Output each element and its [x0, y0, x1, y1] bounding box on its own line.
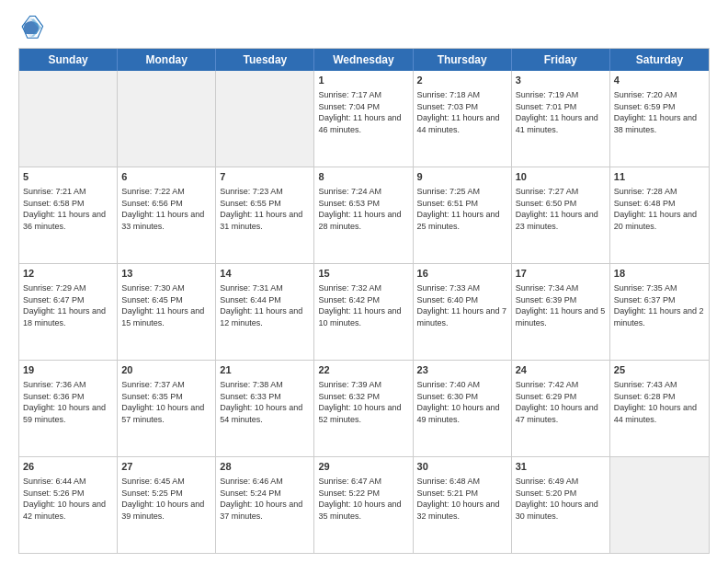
- day-number: 6: [121, 170, 211, 184]
- day-number: 31: [516, 460, 606, 474]
- day-number: 5: [23, 170, 113, 184]
- weekday-header-saturday: Saturday: [610, 49, 709, 71]
- day-info: Sunrise: 7:40 AM Sunset: 6:30 PM Dayligh…: [417, 380, 500, 424]
- day-number: 1: [318, 74, 408, 87]
- day-info: Sunrise: 7:19 AM Sunset: 7:01 PM Dayligh…: [516, 90, 598, 134]
- day-number: 15: [318, 267, 408, 281]
- calendar-cell-24: 24Sunrise: 7:42 AM Sunset: 6:29 PM Dayli…: [512, 361, 610, 456]
- day-number: 16: [417, 267, 507, 281]
- calendar-cell-empty-0-2: [216, 71, 314, 167]
- weekday-header-thursday: Thursday: [414, 49, 512, 71]
- day-number: 10: [516, 170, 606, 184]
- calendar-cell-15: 15Sunrise: 7:32 AM Sunset: 6:42 PM Dayli…: [314, 264, 413, 360]
- calendar-cell-3: 3Sunrise: 7:19 AM Sunset: 7:01 PM Daylig…: [512, 71, 610, 167]
- calendar-cell-5: 5Sunrise: 7:21 AM Sunset: 6:58 PM Daylig…: [19, 167, 118, 263]
- day-info: Sunrise: 7:27 AM Sunset: 6:50 PM Dayligh…: [516, 187, 598, 231]
- calendar-cell-21: 21Sunrise: 7:38 AM Sunset: 6:33 PM Dayli…: [216, 361, 314, 456]
- day-info: Sunrise: 7:29 AM Sunset: 6:47 PM Dayligh…: [23, 283, 106, 327]
- calendar-cell-26: 26Sunrise: 6:44 AM Sunset: 5:26 PM Dayli…: [19, 457, 118, 553]
- day-number: 23: [417, 363, 507, 377]
- calendar-cell-1: 1Sunrise: 7:17 AM Sunset: 7:04 PM Daylig…: [314, 71, 413, 167]
- calendar-cell-20: 20Sunrise: 7:37 AM Sunset: 6:35 PM Dayli…: [118, 361, 216, 456]
- day-number: 26: [23, 460, 113, 474]
- day-number: 11: [614, 170, 705, 184]
- day-info: Sunrise: 7:34 AM Sunset: 6:39 PM Dayligh…: [516, 283, 606, 327]
- calendar-cell-17: 17Sunrise: 7:34 AM Sunset: 6:39 PM Dayli…: [512, 264, 610, 360]
- day-info: Sunrise: 7:32 AM Sunset: 6:42 PM Dayligh…: [318, 283, 401, 327]
- day-info: Sunrise: 6:45 AM Sunset: 5:25 PM Dayligh…: [121, 477, 204, 521]
- calendar-cell-22: 22Sunrise: 7:39 AM Sunset: 6:32 PM Dayli…: [314, 361, 413, 456]
- day-number: 8: [318, 170, 408, 184]
- day-info: Sunrise: 7:17 AM Sunset: 7:04 PM Dayligh…: [318, 90, 401, 134]
- day-info: Sunrise: 7:25 AM Sunset: 6:51 PM Dayligh…: [417, 187, 500, 231]
- day-info: Sunrise: 7:36 AM Sunset: 6:36 PM Dayligh…: [23, 380, 106, 424]
- day-info: Sunrise: 7:18 AM Sunset: 7:03 PM Dayligh…: [417, 90, 500, 134]
- calendar-cell-10: 10Sunrise: 7:27 AM Sunset: 6:50 PM Dayli…: [512, 167, 610, 263]
- day-number: 2: [417, 74, 507, 87]
- day-info: Sunrise: 7:35 AM Sunset: 6:37 PM Dayligh…: [614, 283, 704, 327]
- calendar-cell-8: 8Sunrise: 7:24 AM Sunset: 6:53 PM Daylig…: [314, 167, 413, 263]
- calendar-header: SundayMondayTuesdayWednesdayThursdayFrid…: [19, 49, 709, 71]
- weekday-header-tuesday: Tuesday: [216, 49, 314, 71]
- day-info: Sunrise: 7:43 AM Sunset: 6:28 PM Dayligh…: [614, 380, 697, 424]
- calendar-row-4: 26Sunrise: 6:44 AM Sunset: 5:26 PM Dayli…: [19, 456, 709, 553]
- calendar-cell-25: 25Sunrise: 7:43 AM Sunset: 6:28 PM Dayli…: [610, 361, 709, 456]
- day-info: Sunrise: 7:28 AM Sunset: 6:48 PM Dayligh…: [614, 187, 697, 231]
- day-number: 7: [220, 170, 310, 184]
- day-number: 3: [516, 74, 606, 87]
- weekday-header-monday: Monday: [118, 49, 216, 71]
- day-info: Sunrise: 7:38 AM Sunset: 6:33 PM Dayligh…: [220, 380, 302, 424]
- calendar-row-1: 5Sunrise: 7:21 AM Sunset: 6:58 PM Daylig…: [19, 167, 709, 263]
- day-number: 13: [121, 267, 211, 281]
- calendar-cell-16: 16Sunrise: 7:33 AM Sunset: 6:40 PM Dayli…: [414, 264, 512, 360]
- calendar-row-2: 12Sunrise: 7:29 AM Sunset: 6:47 PM Dayli…: [19, 263, 709, 360]
- day-number: 21: [220, 363, 310, 377]
- day-number: 25: [614, 363, 705, 377]
- weekday-header-friday: Friday: [512, 49, 610, 71]
- calendar-cell-11: 11Sunrise: 7:28 AM Sunset: 6:48 PM Dayli…: [610, 167, 709, 263]
- calendar-cell-27: 27Sunrise: 6:45 AM Sunset: 5:25 PM Dayli…: [118, 457, 216, 553]
- day-number: 28: [220, 460, 310, 474]
- calendar-cell-18: 18Sunrise: 7:35 AM Sunset: 6:37 PM Dayli…: [610, 264, 709, 360]
- calendar-cell-23: 23Sunrise: 7:40 AM Sunset: 6:30 PM Dayli…: [414, 361, 512, 456]
- logo-icon: [18, 15, 44, 40]
- day-info: Sunrise: 6:48 AM Sunset: 5:21 PM Dayligh…: [417, 477, 500, 521]
- calendar-cell-19: 19Sunrise: 7:36 AM Sunset: 6:36 PM Dayli…: [19, 361, 118, 456]
- calendar-cell-empty-0-1: [118, 71, 216, 167]
- weekday-header-wednesday: Wednesday: [314, 49, 413, 71]
- day-number: 29: [318, 460, 408, 474]
- calendar-cell-empty-0-0: [19, 71, 118, 167]
- calendar-row-3: 19Sunrise: 7:36 AM Sunset: 6:36 PM Dayli…: [19, 360, 709, 456]
- day-number: 22: [318, 363, 408, 377]
- day-info: Sunrise: 6:49 AM Sunset: 5:20 PM Dayligh…: [516, 477, 598, 521]
- day-number: 9: [417, 170, 507, 184]
- calendar-cell-7: 7Sunrise: 7:23 AM Sunset: 6:55 PM Daylig…: [216, 167, 314, 263]
- calendar-cell-4: 4Sunrise: 7:20 AM Sunset: 6:59 PM Daylig…: [610, 71, 709, 167]
- day-number: 17: [516, 267, 606, 281]
- calendar: SundayMondayTuesdayWednesdayThursdayFrid…: [18, 48, 710, 554]
- day-number: 14: [220, 267, 310, 281]
- calendar-cell-6: 6Sunrise: 7:22 AM Sunset: 6:56 PM Daylig…: [118, 167, 216, 263]
- day-info: Sunrise: 7:20 AM Sunset: 6:59 PM Dayligh…: [614, 90, 697, 134]
- calendar-cell-empty-4-6: [610, 457, 709, 553]
- calendar-cell-31: 31Sunrise: 6:49 AM Sunset: 5:20 PM Dayli…: [512, 457, 610, 553]
- day-number: 19: [23, 363, 113, 377]
- calendar-row-0: 1Sunrise: 7:17 AM Sunset: 7:04 PM Daylig…: [19, 71, 709, 167]
- page: SundayMondayTuesdayWednesdayThursdayFrid…: [0, 0, 728, 563]
- weekday-header-sunday: Sunday: [19, 49, 118, 71]
- calendar-body: 1Sunrise: 7:17 AM Sunset: 7:04 PM Daylig…: [19, 71, 709, 553]
- day-info: Sunrise: 7:31 AM Sunset: 6:44 PM Dayligh…: [220, 283, 302, 327]
- day-info: Sunrise: 6:46 AM Sunset: 5:24 PM Dayligh…: [220, 477, 302, 521]
- header: [18, 15, 710, 40]
- day-number: 4: [614, 74, 705, 87]
- day-info: Sunrise: 6:47 AM Sunset: 5:22 PM Dayligh…: [318, 477, 401, 521]
- day-number: 20: [121, 363, 211, 377]
- day-info: Sunrise: 7:42 AM Sunset: 6:29 PM Dayligh…: [516, 380, 598, 424]
- day-info: Sunrise: 7:39 AM Sunset: 6:32 PM Dayligh…: [318, 380, 401, 424]
- calendar-cell-30: 30Sunrise: 6:48 AM Sunset: 5:21 PM Dayli…: [414, 457, 512, 553]
- calendar-cell-2: 2Sunrise: 7:18 AM Sunset: 7:03 PM Daylig…: [414, 71, 512, 167]
- day-info: Sunrise: 6:44 AM Sunset: 5:26 PM Dayligh…: [23, 477, 106, 521]
- day-info: Sunrise: 7:23 AM Sunset: 6:55 PM Dayligh…: [220, 187, 302, 231]
- day-number: 12: [23, 267, 113, 281]
- day-number: 18: [614, 267, 705, 281]
